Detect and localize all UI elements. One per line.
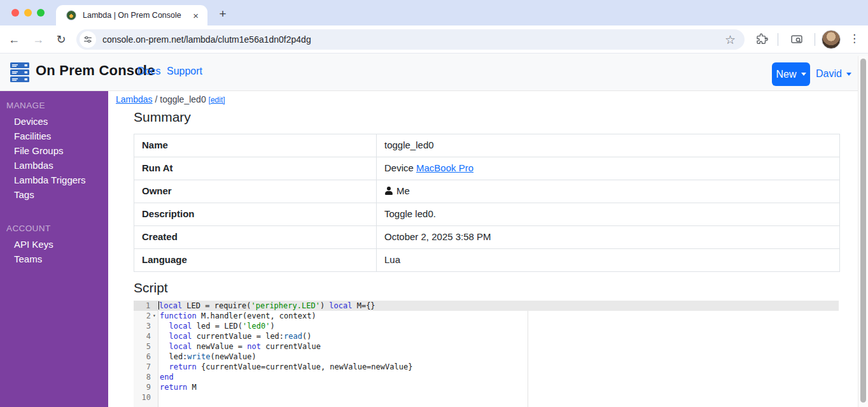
row-label: Description <box>134 203 377 225</box>
nav-link-support[interactable]: Support <box>167 66 202 77</box>
new-button-label: New <box>776 69 796 80</box>
row-value: October 2, 2025 3:58 PM <box>377 226 839 248</box>
sidebar-item-devices[interactable]: Devices <box>0 114 108 129</box>
script-heading: Script <box>134 280 168 296</box>
sidebar-item-facilities[interactable]: Facilities <box>0 129 108 143</box>
toolbar-separator <box>815 33 815 46</box>
sidebar-item-file-groups[interactable]: File Groups <box>0 143 108 158</box>
browser-window: Lambda | On Prem Console × + ← → ↻ conso… <box>0 0 868 407</box>
code-editor[interactable]: 1local LED = require('periphery.LED') lo… <box>134 301 839 407</box>
sidebar-item-lambda-triggers[interactable]: Lambda Triggers <box>0 173 108 187</box>
url-text[interactable]: console.on-prem.net/lambda/clutm1e56a1dn… <box>102 34 725 45</box>
line-gutter: 1 <box>134 301 158 311</box>
row-label: Language <box>134 249 377 271</box>
back-icon[interactable]: ← <box>5 31 23 48</box>
sidebar-item-tags[interactable]: Tags <box>0 187 108 202</box>
sidebar-section-title: ACCOUNT <box>0 221 108 237</box>
summary-table: Nametoggle_led0Run AtDevice MacBook ProO… <box>134 134 840 272</box>
summary-heading: Summary <box>134 110 191 125</box>
row-value: Toggle led0. <box>377 203 839 225</box>
table-row: Run AtDevice MacBook Pro <box>134 157 839 180</box>
line-number: 5 <box>134 341 151 352</box>
new-button[interactable]: New <box>772 62 810 86</box>
device-link[interactable]: MacBook Pro <box>416 162 473 173</box>
line-number: 2 <box>134 311 151 321</box>
table-row: DescriptionToggle led0. <box>134 203 839 226</box>
browser-toolbar: ← → ↻ console.on-prem.net/lambda/clutm1e… <box>0 25 868 54</box>
code-text: end <box>158 372 839 382</box>
code-line[interactable]: 8end <box>134 372 839 382</box>
breadcrumb-link-lambdas[interactable]: Lambdas <box>116 94 153 104</box>
code-line[interactable]: 6 led:write(newValue) <box>134 352 839 362</box>
code-line[interactable]: 3 local led = LED('led0') <box>134 321 839 331</box>
table-row: OwnerMe <box>134 180 839 203</box>
user-name: David <box>816 68 842 80</box>
sidebar-item-teams[interactable]: Teams <box>0 252 108 266</box>
fold-arrow-icon[interactable]: ▾ <box>151 311 158 321</box>
reload-icon[interactable]: ↻ <box>52 31 70 48</box>
tab-title: Lambda | On Prem Console <box>83 11 190 20</box>
edit-link[interactable]: [edit] <box>209 96 225 104</box>
bookmark-star-icon[interactable]: ☆ <box>725 34 736 46</box>
row-label: Owner <box>134 180 377 203</box>
code-line[interactable]: 5 local newValue = not currentValue <box>134 341 839 352</box>
table-row: Nametoggle_led0 <box>134 134 839 157</box>
row-value: Device MacBook Pro <box>377 157 839 180</box>
new-tab-button[interactable]: + <box>214 6 232 24</box>
traffic-light-close[interactable] <box>11 9 19 17</box>
code-line[interactable]: 4 local currentValue = led:read() <box>134 331 839 341</box>
code-line[interactable]: 7 return {currentValue=currentValue, new… <box>134 362 839 372</box>
breadcrumb-current: toggle_led0 <box>160 94 206 104</box>
row-label: Run At <box>134 157 377 180</box>
person-icon <box>384 187 393 195</box>
traffic-light-minimize[interactable] <box>24 9 32 17</box>
sidebar: MANAGEDevicesFacilitiesFile GroupsLambda… <box>0 91 108 407</box>
profile-avatar[interactable] <box>822 30 841 49</box>
chevron-down-icon <box>846 73 851 76</box>
traffic-light-zoom[interactable] <box>37 9 45 17</box>
scrollbar-thumb[interactable] <box>860 59 866 403</box>
line-gutter: 4 <box>134 331 158 341</box>
line-number: 7 <box>134 362 151 372</box>
sidebar-item-lambdas[interactable]: Lambdas <box>0 158 108 173</box>
line-gutter: 8 <box>134 372 158 382</box>
code-line[interactable]: 1local LED = require('periphery.LED') lo… <box>134 301 839 311</box>
site-settings-icon[interactable] <box>80 31 96 48</box>
row-value: Lua <box>377 249 839 271</box>
chevron-down-icon <box>801 73 806 76</box>
tab-search-icon[interactable] <box>790 33 803 46</box>
user-menu[interactable]: David <box>816 68 851 80</box>
forward-icon[interactable]: → <box>29 31 47 48</box>
main-content: Lambdas / toggle_led0 [edit] Summary Nam… <box>108 91 858 407</box>
line-gutter: 10 <box>134 392 158 403</box>
code-text: led:write(newValue) <box>158 352 839 362</box>
line-number: 4 <box>134 331 151 341</box>
server-rack-logo-icon <box>9 62 31 85</box>
browser-menu-icon[interactable]: ⋮ <box>849 32 859 45</box>
table-row: CreatedOctober 2, 2025 3:58 PM <box>134 226 839 249</box>
sidebar-item-api-keys[interactable]: API Keys <box>0 237 108 252</box>
line-gutter: 5 <box>134 341 158 352</box>
code-line[interactable]: 9return M <box>134 382 839 392</box>
row-value: Me <box>377 180 839 203</box>
breadcrumb: Lambdas / toggle_led0 [edit] <box>116 94 225 104</box>
browser-tab[interactable]: Lambda | On Prem Console × <box>56 5 207 25</box>
address-bar[interactable]: console.on-prem.net/lambda/clutm1e56a1dn… <box>76 29 745 50</box>
line-number: 10 <box>134 392 151 403</box>
toolbar-separator <box>778 33 778 46</box>
page-scrollbar[interactable] <box>858 56 868 407</box>
code-line[interactable]: 2▾function M.handler(event, context) <box>134 311 839 321</box>
line-gutter: 9 <box>134 382 158 392</box>
code-text: function M.handler(event, context) <box>158 311 839 321</box>
tab-close-icon[interactable]: × <box>190 11 201 20</box>
code-text: return {currentValue=currentValue, newVa… <box>158 362 839 372</box>
app-header: On Prem Console Docs Support <box>0 54 868 91</box>
nav-link-docs[interactable]: Docs <box>137 66 160 77</box>
extensions-icon[interactable] <box>755 33 768 46</box>
row-label: Created <box>134 226 377 248</box>
line-gutter: 7 <box>134 362 158 372</box>
code-text: local currentValue = led:read() <box>158 331 839 341</box>
code-line[interactable]: 10 <box>134 392 839 403</box>
line-gutter: 2▾ <box>134 311 158 321</box>
line-number: 9 <box>134 382 151 392</box>
